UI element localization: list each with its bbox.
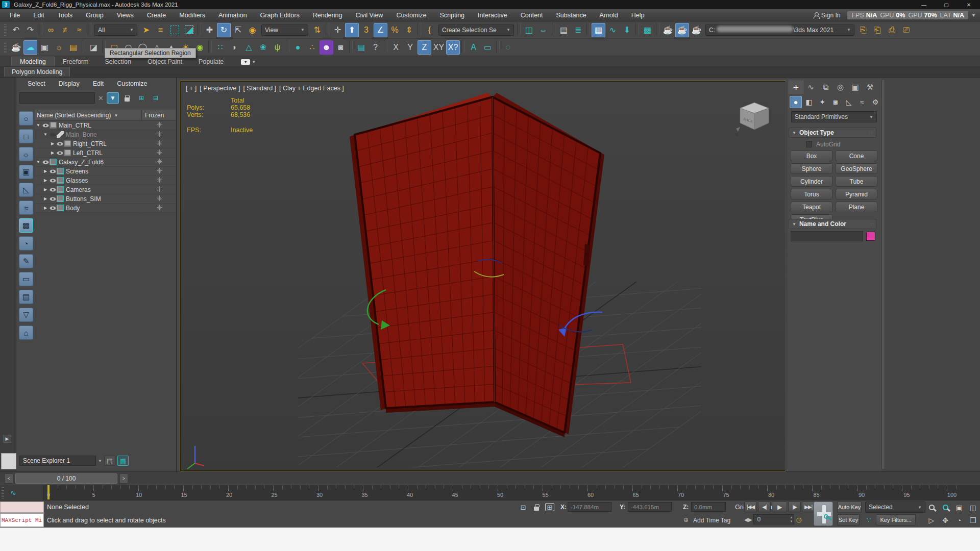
scene-tree-row[interactable]: ▶ Glasses: [35, 176, 176, 185]
scene-tree-row[interactable]: ▼ Galaxy_Z_Fold6: [35, 158, 176, 167]
grass-icon[interactable]: ψ: [271, 40, 284, 55]
toggle-scene-explorer-icon[interactable]: ▦: [592, 23, 605, 37]
axis-x-icon[interactable]: X: [389, 40, 403, 55]
key-mode-toggle-icon[interactable]: ◀▶: [744, 517, 752, 522]
geometry-category-icon[interactable]: ●: [790, 96, 802, 108]
menu-item[interactable]: Group: [79, 10, 110, 20]
pan-hand-icon[interactable]: ✥: [939, 514, 952, 526]
unlink-selection-icon[interactable]: ≠: [58, 23, 72, 37]
snap-3d-icon[interactable]: 3: [359, 23, 373, 37]
spinner-snap-icon[interactable]: ⇕: [402, 23, 416, 37]
layer-explorer-button[interactable]: ▤: [104, 456, 115, 466]
camera-lister-icon[interactable]: ▤: [66, 40, 80, 55]
menu-item[interactable]: Animation: [212, 10, 254, 20]
script-batch-icon[interactable]: ⎙: [885, 23, 899, 37]
primitive-button[interactable]: Pyramid: [836, 189, 877, 199]
zoom-icon[interactable]: [925, 502, 938, 513]
axis-z-icon[interactable]: Z: [418, 40, 431, 55]
selection-filter-dropdown[interactable]: All▼: [94, 24, 137, 36]
explorer-menu-item[interactable]: Edit: [93, 80, 104, 87]
menu-item[interactable]: Customize: [389, 10, 433, 20]
dotted-circle-icon[interactable]: ◌: [501, 40, 515, 55]
object-name[interactable]: Main_Bone: [66, 131, 97, 138]
filter-bones-icon[interactable]: ✎: [19, 254, 33, 268]
ribbon-tab[interactable]: Selection: [96, 57, 139, 66]
select-by-name-icon[interactable]: ≡: [154, 23, 167, 37]
filter-spacewarps-icon[interactable]: ≈: [19, 201, 33, 215]
collapse-all-icon[interactable]: ⊟: [150, 92, 162, 104]
frame-window-icon[interactable]: ▣: [38, 40, 52, 55]
select-and-scale-icon[interactable]: ⇱: [231, 23, 245, 37]
mini-curve-editor-icon[interactable]: ∿: [10, 489, 16, 497]
filter-materials-icon[interactable]: ▤: [19, 290, 33, 304]
named-selection-set-dropdown[interactable]: Create Selection Se▼: [438, 24, 514, 36]
close-button[interactable]: ✕: [958, 0, 980, 9]
array-icon[interactable]: ∷: [213, 40, 227, 55]
search-filter-icon[interactable]: ▼: [107, 92, 119, 104]
object-name[interactable]: Right_CTRL: [73, 140, 107, 147]
menu-item[interactable]: File: [3, 10, 27, 20]
ribbon-tab[interactable]: Object Paint: [139, 57, 190, 66]
key-filters-button[interactable]: Key Filters...: [876, 514, 916, 525]
frame-spinner[interactable]: ▲▼: [790, 515, 793, 523]
scene-tree-row[interactable]: ▶ Buttons_SIM: [35, 194, 176, 204]
helpers-category-icon[interactable]: ◺: [843, 96, 855, 108]
material-editor-icon[interactable]: ▩: [641, 23, 654, 37]
menu-item[interactable]: Views: [110, 10, 140, 20]
lights-category-icon[interactable]: ✦: [816, 96, 828, 108]
expand-all-icon[interactable]: ⊞: [135, 92, 148, 104]
measure-tape-icon[interactable]: ▭: [481, 40, 495, 55]
schematic-view-icon[interactable]: ⬇: [620, 23, 634, 37]
zoom-extents-icon[interactable]: ▣: [952, 502, 966, 513]
maximize-viewport-toggle-icon[interactable]: ❒: [966, 514, 979, 526]
menu-item[interactable]: Graph Editors: [254, 10, 306, 20]
rendered-frame-window-icon[interactable]: ☕: [675, 23, 689, 37]
command-panel-scrollbar[interactable]: [881, 79, 885, 470]
frozen-toggle[interactable]: [143, 149, 176, 157]
visibility-eye-icon[interactable]: [49, 187, 57, 192]
perspective-viewport[interactable]: [ + ] [ Perspective ] [ Standard ] [ Cla…: [180, 81, 786, 471]
display-tab-icon[interactable]: ▣: [848, 81, 863, 94]
create-tab-icon[interactable]: +: [789, 81, 803, 94]
menu-item[interactable]: Modifiers: [173, 10, 212, 20]
next-key-button[interactable]: >: [119, 473, 128, 484]
align-icon[interactable]: ⇔: [536, 23, 550, 37]
filter-groups-icon[interactable]: ▩: [19, 218, 33, 233]
add-time-tag[interactable]: Add Time Tag: [693, 517, 730, 524]
menu-item[interactable]: Tools: [51, 10, 79, 20]
select-and-manipulate-icon[interactable]: X?: [446, 40, 460, 55]
visibility-eye-icon[interactable]: [49, 196, 57, 202]
frozen-toggle[interactable]: [143, 122, 176, 129]
object-type-rollout[interactable]: ▼ Object Type ∷: [789, 128, 876, 138]
column-divider[interactable]: [141, 110, 142, 121]
axis-xy-icon[interactable]: XY: [432, 40, 446, 55]
time-configuration-icon[interactable]: ◷: [796, 516, 801, 523]
maximize-button[interactable]: ▢: [935, 0, 958, 9]
rectangular-selection-region-icon[interactable]: [168, 23, 182, 37]
z-coordinate-field[interactable]: 0.0mm: [691, 502, 726, 512]
visibility-eye-icon[interactable]: [49, 169, 57, 174]
go-to-start-button[interactable]: |◀◀: [744, 502, 757, 512]
window-crossing-icon[interactable]: [182, 23, 196, 37]
ribbon-tab[interactable]: Freeform: [55, 57, 97, 66]
menu-item[interactable]: Arnold: [593, 10, 625, 20]
filter-geometry-icon[interactable]: □: [19, 129, 33, 143]
sphere-blue-icon[interactable]: ●: [291, 40, 305, 55]
angle-snap-icon[interactable]: ∠: [374, 23, 387, 37]
select-object-icon[interactable]: ➤: [139, 23, 153, 37]
scene-explorer-toggle-button[interactable]: ▦: [117, 456, 129, 466]
primitive-button[interactable]: Teapot: [791, 202, 832, 212]
expand-arrow-icon[interactable]: ▼: [42, 132, 49, 137]
scene-tree-row[interactable]: ▼ Main_CTRL: [35, 121, 176, 130]
menu-item[interactable]: Interactive: [471, 10, 514, 20]
key-filter-dots-icon[interactable]: ∵: [863, 514, 875, 525]
scene-tree-row[interactable]: ▶ Left_CTRL: [35, 148, 176, 158]
reference-coordinate-dropdown[interactable]: View▼: [261, 24, 308, 36]
filter-baskets-icon[interactable]: ⌂: [19, 325, 33, 340]
filter-xrefs-icon[interactable]: ◔: [19, 236, 33, 251]
render-setup-icon[interactable]: ☕: [661, 23, 675, 37]
select-and-place-icon[interactable]: ◉: [246, 23, 259, 37]
next-frame-button[interactable]: |▶: [788, 502, 801, 512]
select-and-move-icon[interactable]: ✚: [203, 23, 216, 37]
primitive-button[interactable]: Sphere: [791, 163, 832, 174]
